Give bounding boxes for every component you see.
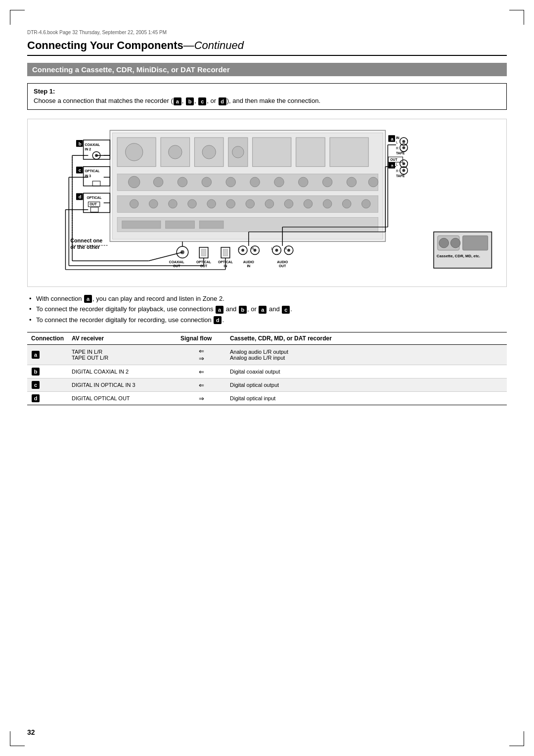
svg-text:R: R — [284, 246, 287, 250]
bullet-item-1: With connection a, you can play and reco… — [27, 295, 507, 303]
diagram-svg: COAXIAL IN 2 b OPTICAL IN 3 c OPTICAL — [33, 124, 501, 282]
svg-text:L: L — [271, 246, 273, 250]
svg-text:c: c — [79, 167, 82, 173]
svg-point-82 — [402, 162, 405, 165]
diagram-container: COAXIAL IN 2 b OPTICAL IN 3 c OPTICAL — [27, 119, 507, 287]
svg-point-85 — [402, 169, 405, 172]
svg-text:a: a — [391, 136, 394, 141]
svg-point-19 — [250, 177, 260, 187]
corner-mark-tl — [10, 10, 25, 25]
svg-point-16 — [178, 177, 187, 187]
svg-text:Connect one: Connect one — [70, 237, 102, 243]
table-cell-signal-b: ⇐ — [177, 365, 226, 378]
svg-text:IN: IN — [396, 136, 400, 140]
svg-point-22 — [322, 177, 332, 187]
step-box: Step 1: Choose a connection that matches… — [27, 83, 507, 110]
svg-point-23 — [347, 177, 356, 187]
svg-line-128 — [149, 252, 182, 261]
badge-a2-bullet2: a — [259, 306, 267, 314]
svg-point-91 — [439, 238, 449, 248]
corner-mark-bl — [10, 731, 25, 746]
main-title-suffix: —Continued — [183, 39, 244, 51]
svg-point-31 — [226, 199, 235, 208]
table-cell-cassette-d: Digital optical input — [226, 392, 507, 405]
step-label: Step 1: — [34, 88, 500, 95]
svg-text:AUDIO: AUDIO — [277, 260, 288, 264]
svg-point-37 — [342, 199, 351, 208]
table-row-b: b DIGITAL COAXIAL IN 2 ⇐ Digital coaxial… — [27, 365, 507, 378]
table-cell-cassette-a: Analog audio L/R outputAnalog audio L/R … — [226, 345, 507, 365]
svg-point-30 — [207, 199, 216, 208]
svg-text:TAPE: TAPE — [396, 174, 405, 178]
svg-text:a: a — [391, 162, 394, 168]
badge-d-bullet3: d — [214, 316, 222, 324]
badge-a-bullet2: a — [216, 306, 223, 314]
table-header-cassette: Cassette, CDR, MD, or DAT recorder — [226, 332, 507, 345]
svg-point-74 — [402, 146, 405, 149]
svg-text:R: R — [396, 146, 399, 150]
badge-c-step: c — [198, 97, 206, 105]
table-cell-av-d: DIGITAL OPTICAL OUT — [68, 392, 177, 405]
step-text: Choose a connection that matches the rec… — [34, 97, 500, 105]
svg-rect-99 — [223, 249, 228, 256]
svg-text:Cassette, CDR, MD, etc.: Cassette, CDR, MD, etc. — [437, 254, 480, 258]
badge-c-bullet2: c — [282, 306, 290, 314]
svg-point-27 — [149, 199, 158, 208]
svg-text:d: d — [79, 194, 82, 199]
svg-rect-40 — [122, 221, 161, 229]
svg-point-9 — [126, 143, 143, 160]
svg-point-34 — [284, 199, 293, 208]
svg-point-17 — [202, 177, 212, 187]
badge-a-step: a — [174, 97, 181, 105]
svg-point-32 — [246, 199, 255, 208]
svg-text:R: R — [252, 246, 254, 250]
svg-rect-90 — [463, 236, 488, 250]
main-title-text: Connecting Your Components — [27, 39, 183, 51]
bullet-item-2: To connect the recorder digitally for pl… — [27, 305, 507, 314]
table-cell-badge-b: b — [27, 365, 68, 378]
svg-text:OPTICAL: OPTICAL — [85, 169, 100, 173]
table-cell-cassette-c: Digital optical output — [226, 378, 507, 392]
table-cell-av-a: TAPE IN L/RTAPE OUT L/R — [68, 345, 177, 365]
connection-table: Connection AV receiver Signal flow Casse… — [27, 332, 507, 405]
corner-mark-tr — [509, 10, 524, 25]
badge-d-step: d — [219, 97, 226, 105]
table-cell-av-b: DIGITAL COAXIAL IN 2 — [68, 365, 177, 378]
table-header-av: AV receiver — [68, 332, 177, 345]
svg-point-29 — [188, 199, 197, 208]
svg-text:b: b — [79, 141, 82, 146]
svg-rect-8 — [330, 138, 368, 167]
svg-text:OUT: OUT — [89, 202, 97, 205]
svg-rect-7 — [296, 138, 325, 167]
svg-point-92 — [450, 238, 460, 248]
svg-text:L: L — [238, 246, 240, 250]
table-row-a: a TAPE IN L/RTAPE OUT L/R ⇐⇒ Analog audi… — [27, 345, 507, 365]
svg-text:OUT: OUT — [279, 264, 286, 268]
svg-point-15 — [153, 177, 163, 187]
svg-point-38 — [362, 199, 371, 208]
svg-point-35 — [304, 199, 312, 208]
svg-point-107 — [287, 248, 290, 251]
svg-point-21 — [299, 177, 309, 187]
svg-point-105 — [275, 248, 278, 251]
file-info: DTR-4.6.book Page 32 Thursday, September… — [27, 30, 507, 35]
svg-point-20 — [274, 177, 284, 187]
svg-text:AUDIO: AUDIO — [243, 260, 255, 264]
svg-point-24 — [368, 177, 378, 187]
badge-a-bullet1: a — [84, 295, 92, 303]
svg-rect-6 — [253, 138, 291, 167]
table-header-connection: Connection — [27, 332, 68, 345]
svg-text:COAXIAL: COAXIAL — [169, 260, 184, 264]
table-cell-signal-a: ⇐⇒ — [177, 345, 226, 365]
svg-point-11 — [202, 145, 216, 158]
main-title: Connecting Your Components—Continued — [27, 39, 507, 56]
table-row-d: d DIGITAL OPTICAL OUT ⇒ Digital optical … — [27, 392, 507, 405]
table-header-signal: Signal flow — [177, 332, 226, 345]
bullet-section: With connection a, you can play and reco… — [27, 295, 507, 325]
table-cell-badge-c: c — [27, 378, 68, 392]
section-title: Connecting a Cassette, CDR, MiniDisc, or… — [27, 63, 507, 76]
svg-text:TAPE: TAPE — [396, 151, 405, 155]
svg-rect-62 — [90, 207, 98, 212]
svg-rect-54 — [92, 181, 100, 186]
badge-b-step: b — [186, 97, 194, 105]
